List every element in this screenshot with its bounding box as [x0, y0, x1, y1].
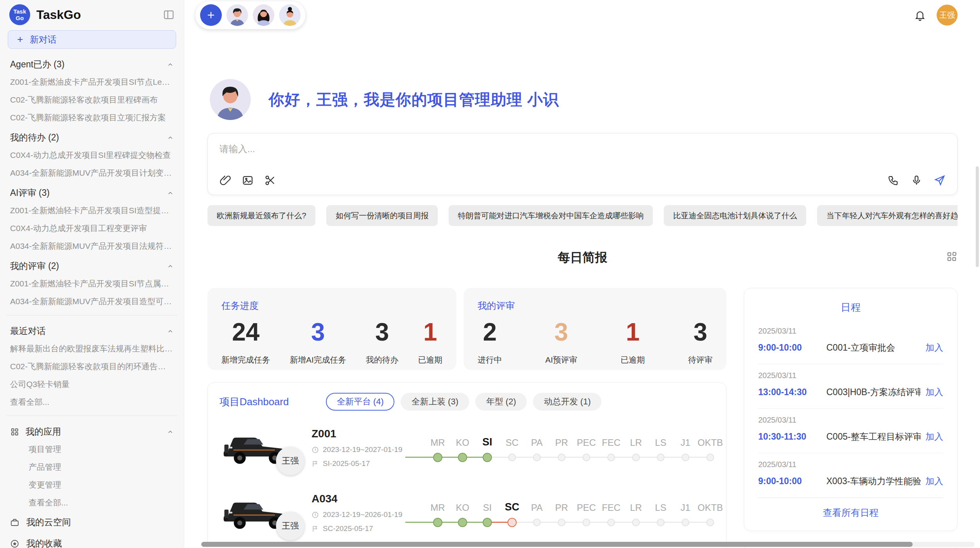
project-row-z001[interactable]: 王强 Z001 2023-12-19~2027-01-19 SI-2025-05… — [219, 420, 714, 476]
panel-collapse-icon — [163, 9, 175, 21]
sidebar-item[interactable]: A034-全新新能源MUV产品开发项目法规符合性评审 — [6, 237, 178, 255]
screenshot-button[interactable] — [264, 175, 276, 186]
composer-toolbar — [219, 175, 946, 186]
view-all-chats-link[interactable]: 查看全部... — [6, 393, 178, 411]
join-meeting-link[interactable]: 加入 — [925, 386, 943, 398]
recent-chat-item[interactable]: 解释最新出台的欧盟报废车法规再生塑料比例被调至15%... — [6, 340, 178, 358]
join-meeting-link[interactable]: 加入 — [925, 342, 943, 354]
recent-chat-item[interactable]: 公司Q3轻卡销量 — [6, 375, 178, 393]
stat-grid: 24 新增完成任务 3 新增AI完成任务 3 我的待办 — [221, 318, 442, 365]
project-milestone-date: SC-2025-05-17 — [312, 524, 408, 533]
join-meeting-link[interactable]: 加入 — [925, 431, 943, 443]
milestone-label: J1 — [673, 498, 698, 513]
sidebar-item-favorites[interactable]: 我的收藏 — [6, 533, 178, 548]
tab-powertrain-dev[interactable]: 动总开发 (1) — [533, 393, 601, 411]
milestone: OKTB — [698, 433, 723, 464]
stat-grid: 2 进行中 3 AI预评审 1 已逾期 — [478, 318, 713, 365]
clock-icon — [312, 511, 319, 519]
tab-new-body[interactable]: 全新上装 (3) — [401, 393, 469, 411]
agent-avatar-1[interactable] — [226, 4, 248, 26]
tab-model-year[interactable]: 年型 (2) — [475, 393, 527, 411]
project-dashboard-card: 项目Dashboard 全新平台 (4) 全新上装 (3) 年型 (2) 动总开… — [207, 382, 726, 548]
attach-file-button[interactable] — [219, 175, 231, 186]
stat-value: 24 — [221, 318, 270, 347]
sidebar-item[interactable]: A034-全新新能源MUV产品开发项目计划变更表编写 — [6, 164, 178, 182]
voice-call-button[interactable] — [887, 175, 899, 186]
sidebar-item[interactable]: C0X4-动力总成开发项目SI里程碑提交物检查 — [6, 146, 178, 164]
user-avatar[interactable]: 王强 — [937, 5, 958, 26]
stat-ai-prereview: 3 AI预评审 — [545, 318, 577, 365]
app-link-product-mgmt[interactable]: 产品管理 — [6, 458, 178, 476]
agent-avatar-3[interactable] — [279, 4, 301, 26]
milestone-node-done — [433, 518, 442, 527]
view-all-apps-link[interactable]: 查看全部... — [6, 494, 178, 512]
add-agent-button[interactable] — [200, 4, 222, 26]
stat-new-done: 24 新增完成任务 — [221, 318, 270, 365]
layout-toggle-button[interactable] — [946, 251, 958, 262]
sidebar-item[interactable]: Z001-全新燃油皮卡产品开发项目SI节点Lesson Learn报告 — [6, 73, 178, 91]
date-range: 2023-12-19~2026-01-19 — [323, 510, 402, 519]
event-name: C005-整车工程目标评审 — [826, 431, 921, 443]
chat-input[interactable] — [219, 144, 946, 154]
milestone-node — [583, 454, 590, 461]
insert-image-button[interactable] — [242, 175, 254, 186]
milestone-node — [682, 454, 689, 461]
milestone-label: LS — [648, 433, 673, 448]
new-chat-button[interactable]: 新对话 — [8, 30, 176, 49]
agent-avatar-2[interactable] — [253, 4, 274, 26]
sidebar-item[interactable]: A034-全新新能源MUV产品开发项目造型可行性评审 — [6, 293, 178, 310]
chevron-up-icon — [167, 134, 174, 141]
milestone: LS — [648, 433, 673, 464]
milestone-node — [682, 519, 689, 526]
stats-row: 任务进度 24 新增完成任务 3 新增AI完成任务 3 — [207, 288, 726, 370]
milestone-label: LR — [624, 498, 648, 513]
suggestion-chip[interactable]: 欧洲新规最近颁布了什么? — [207, 205, 315, 226]
project-row-a034[interactable]: 王强 A034 2023-12-19~2026-01-19 SC-2025-05… — [219, 485, 714, 541]
milestone-label: LR — [624, 433, 648, 448]
send-button[interactable] — [934, 175, 946, 186]
sidebar-item[interactable]: C0X4-动力总成开发项目工程变更评审 — [6, 219, 178, 237]
main-content: 王强 你好，王强，我是你的项目管理助理 小识 — [184, 0, 980, 548]
section-header[interactable]: 我的待办 (2) — [6, 127, 178, 146]
section-header[interactable]: 最近对话 — [6, 320, 178, 340]
sidebar-item-cloud-space[interactable]: 我的云空间 — [6, 512, 178, 533]
sidebar-item[interactable]: Z001-全新燃油轻卡产品开发项目SI造型提交物评审 — [6, 202, 178, 219]
event-time: 13:00-14:30 — [758, 387, 817, 397]
project-info: A034 2023-12-19~2026-01-19 SC-2025-05-17 — [312, 493, 408, 533]
join-meeting-link[interactable]: 加入 — [925, 475, 943, 487]
milestone-node-done — [458, 518, 467, 527]
view-all-schedule-link[interactable]: 查看所有日程 — [758, 498, 943, 527]
sidebar-item[interactable]: Z001-全新燃油轻卡产品开发项目SI节点属性5D文件评审 — [6, 275, 178, 293]
milestone-label: PEC — [574, 498, 599, 513]
sidebar-section-my-review: 我的评审 (2) Z001-全新燃油轻卡产品开发项目SI节点属性5D文件评审 A… — [6, 255, 178, 310]
section-header[interactable]: AI评审 (3) — [6, 182, 178, 202]
notification-bell-button[interactable] — [914, 9, 926, 21]
section-title: 我的评审 (2) — [10, 260, 59, 272]
milestone: SC — [500, 433, 524, 464]
event-time: 9:00-10:00 — [758, 342, 817, 353]
sidebar-item[interactable]: C02-飞腾新能源轻客改款项目里程碑画布 — [6, 91, 178, 109]
sidebar-item[interactable]: C02-飞腾新能源轻客改款项目立项汇报方案 — [6, 109, 178, 127]
tab-new-platform[interactable]: 全新平台 (4) — [326, 393, 394, 411]
section-title: 我的待办 (2) — [10, 132, 59, 144]
milestone: FEC — [599, 433, 624, 464]
vertical-scrollbar-thumb[interactable] — [976, 166, 979, 267]
section-header[interactable]: 我的评审 (2) — [6, 255, 178, 275]
app-link-change-mgmt[interactable]: 变更管理 — [6, 476, 178, 494]
sidebar-item-my-apps[interactable]: 我的应用 — [6, 421, 178, 440]
recent-chat-item[interactable]: C02-飞腾新能源轻客改款项目的闭环通告反馈情况 — [6, 358, 178, 375]
suggestion-chip[interactable]: 如何写一份清晰的项目周报 — [326, 205, 438, 226]
suggestion-chip[interactable]: 比亚迪全固态电池计划具体说了什么 — [664, 205, 806, 226]
schedule-event: 2025/03/11 13:00-14:30 C003|H0B-方案冻结评审 加… — [758, 364, 943, 409]
app-link-project-mgmt[interactable]: 项目管理 — [6, 440, 178, 458]
sidebar-collapse-button[interactable] — [163, 9, 175, 21]
horizontal-scrollbar-thumb[interactable] — [201, 542, 913, 547]
suggestion-chip[interactable]: 当下年轻人对汽车外观有怎样的喜好趋势 — [817, 205, 958, 226]
microphone-button[interactable] — [911, 175, 922, 186]
section-header[interactable]: Agent已办 (3) — [6, 53, 178, 73]
milestone: PA — [524, 433, 549, 464]
milestone-timeline: MR KO SI SC PA PR PEC FEC LR LS J1 OKTB — [425, 496, 723, 529]
milestone: J1 — [673, 433, 698, 464]
milestone: LR — [624, 433, 648, 464]
suggestion-chip[interactable]: 特朗普可能对进口汽车增税会对中国车企造成哪些影响 — [449, 205, 653, 226]
